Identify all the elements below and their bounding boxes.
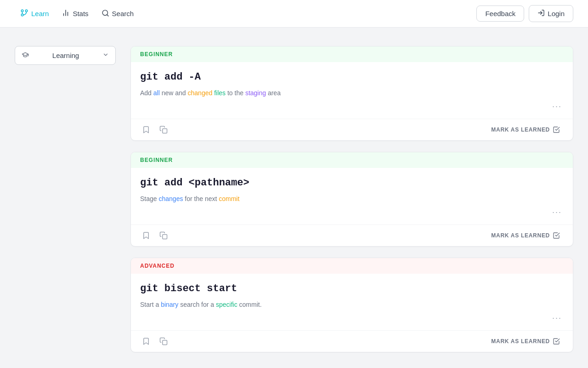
stats-icon [62,9,70,18]
card-3-body: git bisect start Start a binary search f… [131,274,573,330]
highlight-all: all [153,89,160,97]
card-2-command: git add <pathname> [140,177,564,189]
card-2-body: git add <pathname> Stage changes for the… [131,168,573,224]
feedback-button[interactable]: Feedback [476,6,524,22]
card-git-add-a: BEGINNER git add -A Add all new and chan… [130,46,573,141]
card-1-more[interactable]: ··· [140,102,564,114]
card-3-bookmark-button[interactable] [140,335,152,347]
card-3-level-badge: ADVANCED [131,258,573,274]
card-1-mark-learned-button[interactable]: MARK AS LEARNED [487,124,564,135]
svg-rect-9 [163,129,167,133]
card-3-mark-learned-button[interactable]: MARK AS LEARNED [487,336,564,347]
card-2-mark-learned-button[interactable]: MARK AS LEARNED [487,230,564,241]
search-icon [102,9,109,18]
highlight-commit: commit [219,195,239,202]
card-2-copy-button[interactable] [158,230,170,242]
sidebar: Learning [15,46,116,352]
svg-rect-11 [163,340,167,345]
main-layout: Learning BEGINNER git add -A Add all new… [0,28,588,368]
highlight-binary: binary [161,301,178,308]
nav-item-search[interactable]: Search [96,6,140,22]
highlight-staging: staging [245,89,266,97]
card-1-description: Add all new and changed files to the sta… [140,88,564,98]
login-button[interactable]: Login [529,5,573,22]
svg-rect-10 [163,235,167,239]
card-2-level-badge: BEGINNER [131,152,573,168]
highlight-changes-2: changes [158,195,183,202]
card-git-bisect-start: ADVANCED git bisect start Start a binary… [130,258,573,352]
card-1-copy-button[interactable] [158,124,170,136]
card-3-copy-button[interactable] [158,335,170,347]
content-area: BEGINNER git add -A Add all new and chan… [130,46,573,352]
nav-left: Learn Stats Search [15,5,473,22]
nav-stats-label: Stats [73,10,88,17]
nav-search-label: Search [112,10,134,17]
card-3-command: git bisect start [140,283,564,294]
nav-right: Feedback Login [476,5,573,22]
card-git-add-pathname: BEGINNER git add <pathname> Stage change… [130,152,573,247]
card-3-description: Start a binary search for a specific com… [140,300,564,310]
highlight-files: files [214,89,226,97]
card-3-footer: MARK AS LEARNED [131,330,573,352]
svg-line-7 [107,14,108,16]
chevron-down-icon [102,52,109,59]
nav-item-stats[interactable]: Stats [56,5,94,22]
login-icon [537,9,545,18]
graduation-icon [22,51,29,60]
card-1-command: git add -A [140,71,564,83]
sidebar-dropdown-label: Learning [33,52,99,59]
card-1-bookmark-button[interactable] [140,124,152,136]
branch-icon [20,9,28,18]
card-2-more[interactable]: ··· [140,207,564,220]
learning-dropdown[interactable]: Learning [15,46,116,65]
login-label: Login [548,10,565,17]
highlight-changed: changed [188,89,213,97]
nav-item-learn[interactable]: Learn [15,5,54,22]
card-1-footer: MARK AS LEARNED [131,119,573,140]
nav-learn-label: Learn [31,10,49,17]
card-1-body: git add -A Add all new and changed files… [131,62,573,119]
card-2-bookmark-button[interactable] [140,230,152,242]
card-2-description: Stage changes for the next commit [140,194,564,204]
card-3-more[interactable]: ··· [140,313,564,326]
card-1-level-badge: BEGINNER [131,46,573,62]
card-2-footer: MARK AS LEARNED [131,224,573,246]
highlight-specific: specific [216,301,237,308]
navbar: Learn Stats Search Feedback [0,0,588,28]
